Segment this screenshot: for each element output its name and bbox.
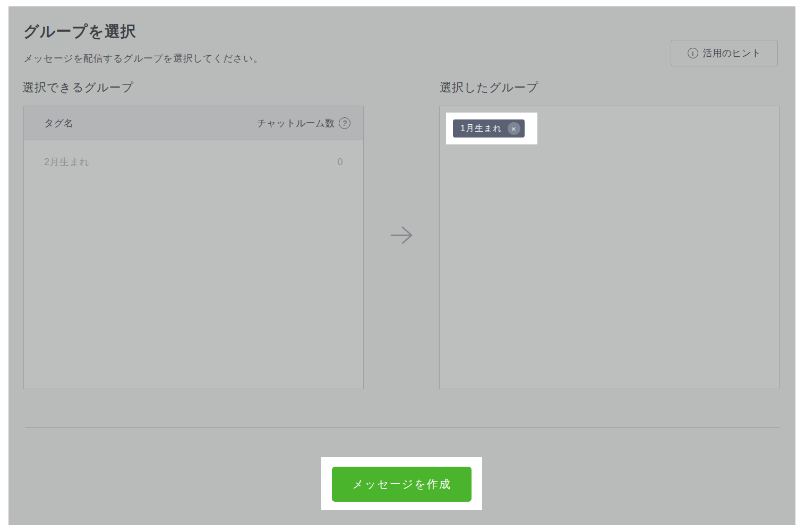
usage-hint-label: 活用のヒント — [703, 47, 761, 59]
selected-group-chip: 1月生まれ × — [453, 119, 525, 138]
close-icon[interactable]: × — [508, 122, 520, 135]
chip-label: 1月生まれ — [460, 123, 502, 134]
column-header-tag-name: タグ名 — [44, 117, 73, 130]
row-chatroom-count: 0 — [337, 157, 343, 168]
column-header-chatroom-count: チャットルーム数 ? — [256, 117, 350, 130]
section-divider — [25, 427, 780, 428]
row-tag-name: 2月生まれ — [44, 156, 89, 168]
table-header-row: タグ名 チャットルーム数 ? — [24, 106, 363, 140]
arrow-right-icon — [388, 223, 416, 247]
selected-groups-panel — [439, 106, 780, 389]
available-groups-panel: タグ名 チャットルーム数 ? 2月生まれ 0 — [23, 106, 364, 389]
page-title: グループを選択 — [23, 21, 136, 42]
help-icon[interactable]: ? — [339, 117, 350, 129]
page-subtitle: メッセージを配信するグループを選択してください。 — [23, 52, 263, 65]
available-groups-heading: 選択できるグループ — [22, 80, 134, 96]
create-message-button[interactable]: メッセージを作成 — [332, 467, 472, 502]
table-row[interactable]: 2月生まれ 0 — [24, 141, 363, 183]
selected-groups-heading: 選択したグループ — [440, 80, 539, 96]
info-icon: i — [688, 48, 698, 58]
group-select-screen: グループを選択 メッセージを配信するグループを選択してください。 i 活用のヒン… — [0, 0, 805, 532]
usage-hint-button[interactable]: i 活用のヒント — [671, 40, 778, 66]
